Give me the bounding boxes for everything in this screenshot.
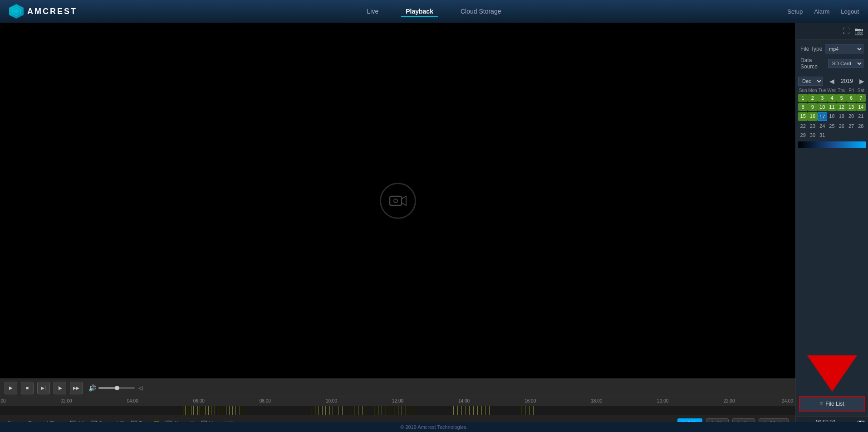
cal-day-14[interactable]: 14 — [856, 103, 866, 111]
fullscreen-icon[interactable]: ⛶ — [843, 27, 850, 35]
calendar-header: JanFebMarApr MayJunJulAug SepOctNovDec ◀… — [798, 77, 866, 86]
calendar-year: 2019 — [841, 78, 853, 84]
cal-day-1[interactable]: 1 — [798, 94, 808, 102]
cal-day-4[interactable]: 4 — [827, 94, 837, 102]
cal-day-24[interactable]: 24 — [818, 122, 827, 130]
stop-button[interactable]: ■ — [21, 382, 34, 394]
cal-day-21[interactable]: 21 — [856, 112, 866, 121]
calendar: JanFebMarApr MayJunJulAug SepOctNovDec ◀… — [796, 74, 868, 342]
calendar-grid: Sun Mon Tue Wed Thu Fri Sat 1 2 3 4 5 6 … — [798, 88, 866, 139]
top-right-icons: ⛶ 📷 — [796, 23, 868, 40]
footer-text: © 2019 Amcrest Technologies. — [400, 424, 468, 430]
cal-day-18[interactable]: 18 — [827, 112, 837, 121]
tl-24: 24:00 — [782, 398, 793, 403]
cal-day-28[interactable]: 28 — [856, 122, 866, 130]
volume-icon: 🔊 — [88, 384, 96, 392]
cal-day-13[interactable]: 13 — [846, 103, 856, 111]
playback-controls: ▶ ■ ▶| |▶ ▶▶ 🔊 ◁ — [0, 379, 795, 397]
nav-logout[interactable]: Logout — [841, 8, 859, 15]
cal-day-19[interactable]: 19 — [837, 112, 846, 121]
footer: © 2019 Amcrest Technologies. — [0, 422, 868, 432]
day-wed: Wed — [827, 88, 837, 93]
cal-day-empty-2 — [837, 131, 846, 139]
cal-day-6[interactable]: 6 — [846, 94, 856, 102]
timeline-ruler: 00:00 02:00 04:00 06:00 08:00 10:00 12:0… — [0, 397, 795, 406]
cal-day-27[interactable]: 27 — [846, 122, 856, 130]
tl-20: 20:00 — [657, 398, 668, 403]
slow-motion-button[interactable]: |▶ — [54, 382, 66, 394]
timeline-track[interactable] — [0, 406, 795, 415]
day-sun: Sun — [798, 88, 808, 93]
cal-day-23[interactable]: 23 — [808, 122, 817, 130]
volume-slider[interactable] — [98, 387, 135, 389]
timeline[interactable]: 00:00 02:00 04:00 06:00 08:00 10:00 12:0… — [0, 397, 795, 415]
cal-day-16[interactable]: 16 — [808, 112, 817, 121]
cal-day-30[interactable]: 30 — [808, 131, 817, 139]
cal-day-10[interactable]: 10 — [818, 103, 827, 111]
nav-alarm[interactable]: Alarm — [814, 8, 829, 15]
volume-level-icon: ◁ — [138, 385, 142, 391]
cal-day-26[interactable]: 26 — [837, 122, 846, 130]
cal-day-22[interactable]: 22 — [798, 122, 808, 130]
cal-day-8[interactable]: 8 — [798, 103, 808, 111]
cal-day-20[interactable]: 20 — [846, 112, 856, 121]
big-arrow-icon — [807, 355, 857, 392]
cal-day-15[interactable]: 15 — [798, 112, 808, 121]
cal-day-empty-1 — [827, 131, 837, 139]
cal-day-3[interactable]: 3 — [818, 94, 827, 102]
cal-day-29[interactable]: 29 — [798, 131, 808, 139]
file-list-icon: ≡ — [819, 401, 823, 407]
play-button[interactable]: ▶ — [5, 382, 17, 394]
logo-area: AMCREST — [0, 4, 77, 19]
tl-18: 18:00 — [591, 398, 602, 403]
tl-00: 00:00 — [0, 398, 6, 403]
file-type-row: File Type mp4 dav avi — [800, 44, 863, 53]
calendar-week-4: 22 23 24 25 26 27 28 — [798, 122, 866, 130]
day-mon: Mon — [808, 88, 817, 93]
day-tue: Tue — [818, 88, 827, 93]
cal-day-9[interactable]: 9 — [808, 103, 817, 111]
main-area: ▶ ■ ▶| |▶ ▶▶ 🔊 ◁ 00:00 02:00 04:00 06:00… — [0, 23, 868, 432]
tl-08: 08:00 — [260, 398, 271, 403]
file-list-button[interactable]: ≡ File List — [799, 396, 865, 412]
cal-day-17[interactable]: 17 — [818, 112, 827, 121]
cal-day-25[interactable]: 25 — [827, 122, 837, 130]
step-forward-button[interactable]: ▶| — [37, 382, 50, 394]
cal-day-11[interactable]: 11 — [827, 103, 837, 111]
video-section: ▶ ■ ▶| |▶ ▶▶ 🔊 ◁ 00:00 02:00 04:00 06:00… — [0, 23, 795, 432]
snapshot-icon[interactable]: 📷 — [854, 27, 863, 35]
file-controls: File Type mp4 dav avi Data Source SD Car… — [796, 40, 868, 74]
cal-day-2[interactable]: 2 — [808, 94, 817, 102]
cal-day-7[interactable]: 7 — [856, 94, 866, 102]
cal-day-empty-3 — [846, 131, 856, 139]
day-fri: Fri — [846, 88, 856, 93]
header-right-nav: Setup Alarm Logout — [787, 8, 859, 15]
cal-day-5[interactable]: 5 — [837, 94, 846, 102]
nav-setup[interactable]: Setup — [787, 8, 803, 15]
svg-marker-3 — [402, 196, 406, 205]
nav-playback[interactable]: Playback — [401, 5, 438, 17]
fast-forward-button[interactable]: ▶▶ — [70, 382, 83, 394]
tl-10: 10:00 — [326, 398, 337, 403]
amcrest-logo-icon — [9, 4, 24, 19]
calendar-gradient-bar — [798, 141, 866, 148]
file-list-label: File List — [825, 401, 844, 407]
file-type-select[interactable]: mp4 dav avi — [825, 44, 863, 53]
nav-cloud-storage[interactable]: Cloud Storage — [456, 5, 506, 17]
calendar-week-3: 15 16 17 18 19 20 21 — [798, 112, 866, 121]
nav-live[interactable]: Live — [363, 5, 383, 17]
calendar-prev-button[interactable]: ◀ — [828, 78, 836, 85]
cal-day-31[interactable]: 31 — [818, 131, 827, 139]
calendar-month-select[interactable]: JanFebMarApr MayJunJulAug SepOctNovDec — [798, 77, 823, 86]
calendar-week-1: 1 2 3 4 5 6 7 — [798, 94, 866, 102]
calendar-week-2: 8 9 10 11 12 13 14 — [798, 103, 866, 111]
calendar-week-5: 29 30 31 — [798, 131, 866, 139]
data-source-select[interactable]: SD Card Cloud — [828, 59, 863, 68]
tl-22: 22:00 — [723, 398, 735, 403]
video-player — [0, 23, 795, 379]
calendar-next-button[interactable]: ▶ — [858, 78, 866, 85]
cal-day-12[interactable]: 12 — [837, 103, 846, 111]
svg-rect-2 — [390, 196, 402, 205]
tl-16: 16:00 — [525, 398, 536, 403]
file-type-label: File Type — [800, 46, 822, 52]
